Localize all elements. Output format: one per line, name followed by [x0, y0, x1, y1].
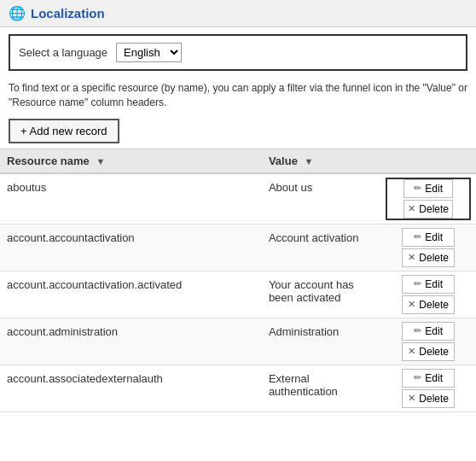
actions-cell: ✏ Edit ✕ Delete — [380, 271, 476, 318]
x-icon: ✕ — [408, 393, 415, 404]
resource-name-cell: account.accountactivation — [0, 224, 262, 271]
table-row: account.accountactivation.activated Your… — [0, 271, 476, 318]
x-icon: ✕ — [408, 346, 415, 357]
value-cell: Account activation — [262, 224, 381, 271]
language-label: Select a language — [19, 46, 107, 59]
edit-button[interactable]: ✏ Edit — [403, 179, 453, 198]
column-value: Value ▼ — [262, 149, 381, 173]
actions-cell: ✏ Edit ✕ Delete — [380, 173, 476, 225]
value-filter-icon[interactable]: ▼ — [304, 156, 313, 166]
resource-filter-icon[interactable]: ▼ — [96, 156, 105, 166]
actions-cell: ✏ Edit ✕ Delete — [380, 365, 476, 411]
value-cell: About us — [262, 173, 381, 225]
table-container: Resource name ▼ Value ▼ aboutus About us… — [0, 149, 476, 412]
delete-button[interactable]: ✕ Delete — [403, 200, 453, 219]
pencil-icon: ✏ — [414, 183, 421, 194]
value-cell: Administration — [262, 318, 381, 365]
pencil-icon: ✏ — [414, 278, 421, 289]
resource-table: Resource name ▼ Value ▼ aboutus About us… — [0, 149, 476, 412]
table-row: account.accountactivation Account activa… — [0, 224, 476, 271]
resource-name-cell: account.associatedexternalauth — [0, 365, 262, 411]
actions-cell: ✏ Edit ✕ Delete — [380, 224, 476, 271]
actions-cell: ✏ Edit ✕ Delete — [380, 318, 476, 365]
pencil-icon: ✏ — [414, 231, 421, 242]
language-section: Select a language English French German … — [9, 34, 467, 71]
action-group: ✏ Edit ✕ Delete — [386, 369, 471, 408]
add-button-row: + Add new record — [0, 115, 476, 149]
value-cell: Your account has been activated — [262, 271, 381, 318]
column-actions — [380, 149, 476, 173]
page-title: Localization — [31, 6, 105, 20]
edit-button[interactable]: ✏ Edit — [402, 228, 455, 247]
delete-button[interactable]: ✕ Delete — [402, 389, 455, 408]
action-group: ✏ Edit ✕ Delete — [386, 275, 471, 314]
resource-name-cell: aboutus — [0, 173, 262, 225]
action-group: ✏ Edit ✕ Delete — [386, 228, 471, 267]
column-resource-name: Resource name ▼ — [0, 149, 262, 173]
help-text: To find text or a specific resource (by … — [0, 78, 476, 115]
language-select[interactable]: English French German Spanish — [116, 43, 182, 62]
x-icon: ✕ — [408, 299, 415, 310]
page-header: 🌐 Localization — [0, 0, 476, 27]
resource-name-cell: account.accountactivation.activated — [0, 271, 262, 318]
value-cell: External authentication — [262, 365, 381, 411]
pencil-icon: ✏ — [414, 325, 421, 336]
add-new-record-button[interactable]: + Add new record — [9, 119, 119, 143]
action-group: ✏ Edit ✕ Delete — [386, 322, 471, 361]
globe-icon: 🌐 — [9, 5, 26, 21]
x-icon: ✕ — [408, 203, 415, 214]
pencil-icon: ✏ — [414, 372, 421, 383]
resource-name-cell: account.administration — [0, 318, 262, 365]
delete-button[interactable]: ✕ Delete — [402, 248, 455, 267]
edit-button[interactable]: ✏ Edit — [402, 369, 455, 388]
table-row: account.associatedexternalauth External … — [0, 365, 476, 411]
edit-button[interactable]: ✏ Edit — [402, 275, 455, 294]
delete-button[interactable]: ✕ Delete — [402, 342, 455, 361]
table-row: aboutus About us ✏ Edit ✕ Delete — [0, 173, 476, 225]
table-row: account.administration Administration ✏ … — [0, 318, 476, 365]
x-icon: ✕ — [408, 252, 415, 263]
action-group: ✏ Edit ✕ Delete — [386, 178, 471, 220]
delete-button[interactable]: ✕ Delete — [402, 295, 455, 314]
edit-button[interactable]: ✏ Edit — [402, 322, 455, 341]
